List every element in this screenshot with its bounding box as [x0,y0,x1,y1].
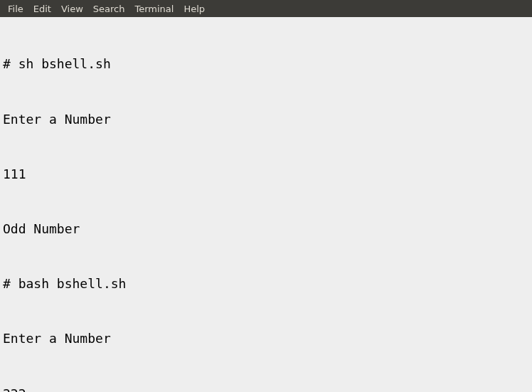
terminal-line: 222 [3,385,529,392]
menu-file[interactable]: File [3,4,28,14]
terminal-line: 111 [3,165,529,184]
terminal-line: Odd Number [3,220,529,238]
terminal-line: # sh bshell.sh [3,55,529,73]
menu-help[interactable]: Help [179,4,210,14]
menubar: File Edit View Search Terminal Help [0,0,532,17]
menu-view[interactable]: View [56,4,88,14]
terminal-output[interactable]: # sh bshell.sh Enter a Number 111 Odd Nu… [0,17,532,392]
terminal-line: Enter a Number [3,329,529,348]
terminal-line: Enter a Number [3,110,529,129]
menu-search[interactable]: Search [88,4,130,14]
menu-terminal[interactable]: Terminal [129,4,179,14]
menu-edit[interactable]: Edit [28,4,56,14]
terminal-line: # bash bshell.sh [3,275,529,293]
